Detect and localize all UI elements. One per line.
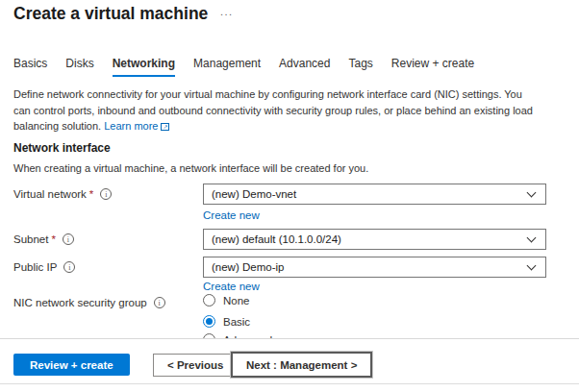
tab-management[interactable]: Management (193, 57, 261, 77)
review-create-button[interactable]: Review + create (13, 354, 130, 376)
info-icon[interactable]: i (100, 188, 112, 200)
create-vm-blade: Create a virtual machine ... Basics Disk… (0, 0, 579, 392)
info-icon[interactable]: i (63, 261, 75, 273)
nic-nsg-radio-basic[interactable]: Basic (203, 315, 250, 328)
tab-description: Define network connectivity for your vir… (13, 86, 533, 135)
nic-nsg-label: NIC network security group i (13, 297, 165, 308)
chevron-down-icon (527, 233, 537, 243)
tab-tags[interactable]: Tags (348, 57, 372, 77)
chevron-down-icon (527, 188, 537, 198)
nic-nsg-radio-none[interactable]: None (203, 294, 250, 306)
external-link-icon: ↗ (161, 123, 169, 131)
tab-review-create[interactable]: Review + create (391, 57, 474, 77)
next-management-button[interactable]: Next : Management > (231, 352, 372, 378)
section-description: When creating a virtual machine, a netwo… (13, 162, 368, 174)
learn-more-link[interactable]: Learn more↗ (104, 120, 169, 132)
virtual-network-create-new-link: Create new (203, 209, 260, 221)
chevron-down-icon (527, 261, 537, 271)
tab-basics[interactable]: Basics (13, 57, 47, 77)
public-ip-create-new-link: Create new (203, 281, 260, 292)
tab-description-text: Define network connectivity for your vir… (13, 88, 533, 132)
radio-label: Basic (223, 316, 250, 328)
virtual-network-label: Virtual network* i (13, 188, 112, 200)
required-marker: * (51, 233, 55, 245)
tab-advanced[interactable]: Advanced (279, 57, 330, 77)
subnet-select[interactable]: (new) default (10.1.0.0/24) (203, 229, 546, 250)
info-icon[interactable]: i (63, 233, 74, 245)
public-ip-label: Public IP i (13, 261, 75, 273)
virtual-network-select[interactable]: (new) Demo-vnet (203, 184, 546, 205)
info-icon[interactable]: i (154, 297, 165, 308)
radio-checked-icon[interactable] (203, 315, 215, 328)
previous-button[interactable]: < Previous (153, 354, 239, 377)
wizard-footer: Review + create < Previous Next : Manage… (0, 338, 579, 383)
radio-icon[interactable] (203, 294, 215, 306)
subnet-label: Subnet* i (13, 233, 74, 245)
tab-disks[interactable]: Disks (65, 57, 93, 77)
section-heading: Network interface (13, 141, 111, 155)
public-ip-select[interactable]: (new) Demo-ip (203, 257, 546, 278)
bottom-divider (0, 383, 579, 384)
radio-label: None (223, 295, 250, 306)
page-title: Create a virtual machine (13, 4, 208, 24)
required-marker: * (89, 188, 93, 200)
wizard-tabs: Basics Disks Networking Management Advan… (13, 57, 474, 77)
more-options-icon[interactable]: ... (220, 6, 234, 17)
tab-networking[interactable]: Networking (113, 57, 175, 77)
content-area: Create a virtual machine ... Basics Disk… (0, 0, 579, 338)
